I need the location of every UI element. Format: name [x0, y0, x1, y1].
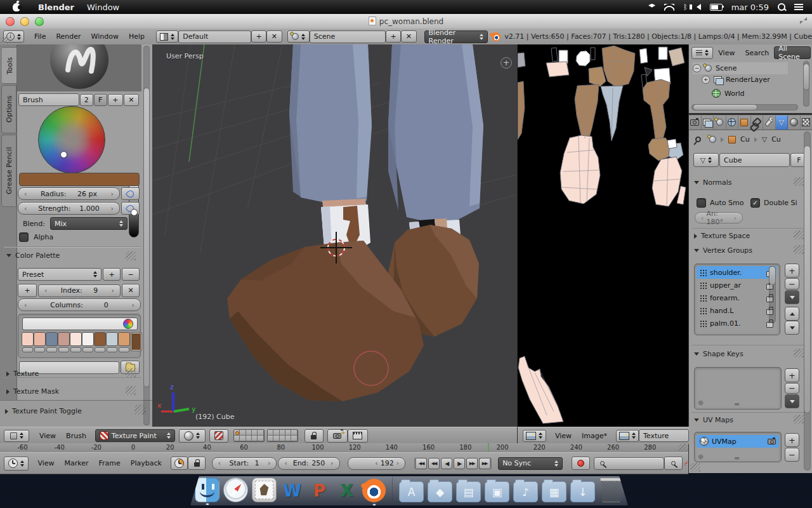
collapse-region-plus-icon[interactable]: + [501, 57, 512, 69]
smooth-angle-slider[interactable]: An: 180° [695, 212, 743, 224]
menu-render[interactable]: Render [51, 32, 86, 41]
layer-cell-8[interactable] [252, 436, 258, 441]
tool-shelf-scrollbar[interactable] [143, 46, 150, 425]
insert-keyframe-button[interactable] [664, 457, 682, 470]
blend-mode-dropdown[interactable]: Mix [50, 217, 128, 230]
color-wheel-cursor[interactable] [60, 151, 67, 158]
menubar-app-menu[interactable]: Blender [32, 0, 81, 14]
render-camera-icon[interactable] [768, 439, 776, 444]
panel-drag-handle[interactable] [794, 177, 804, 186]
swatch-subbutton[interactable] [34, 347, 45, 352]
swatch-subbutton[interactable] [70, 347, 81, 352]
add-vertex-group-button[interactable]: + [785, 264, 799, 277]
texture-paint-toggle-header[interactable]: Texture Paint Toggle [5, 407, 152, 415]
delete-layout-button[interactable]: ✕ [266, 30, 282, 43]
unlink-brush-button[interactable]: ✕ [124, 94, 139, 106]
layer-cell-5[interactable] [268, 436, 273, 441]
tab-world[interactable] [726, 116, 739, 130]
swatch-subbutton[interactable] [22, 347, 33, 352]
swatch-color[interactable] [130, 332, 142, 351]
view3d-menu-brush[interactable]: Brush [61, 432, 91, 440]
scrollbar-thumb[interactable] [804, 145, 811, 413]
remove-palette-color-button[interactable]: ✕ [122, 284, 140, 297]
play-reverse-button[interactable]: ◀ [441, 458, 452, 469]
tab-object[interactable] [738, 116, 751, 130]
filter-icon[interactable]: ⊕ [698, 453, 704, 461]
radius-pressure-toggle[interactable] [121, 187, 140, 200]
uv-island-12[interactable] [639, 48, 648, 64]
view3d-menu-view[interactable]: View [34, 432, 61, 440]
timeline-ruler[interactable]: -60-40-200204060801001201401601802002202… [0, 443, 688, 453]
mesh-name-field[interactable]: Cube [719, 153, 790, 167]
tab-tools[interactable]: Tools [2, 47, 17, 84]
render-engine-dropdown[interactable]: Blender Render [424, 30, 488, 43]
tab-modifiers[interactable] [763, 116, 776, 130]
auto-keyframe-toggle[interactable] [572, 457, 589, 470]
mesh-data-icon[interactable]: ▽ [762, 136, 767, 143]
layer-cell-5[interactable] [234, 436, 240, 441]
palette-index-slider[interactable]: Index:9 [38, 284, 121, 297]
brush-preview[interactable] [17, 44, 141, 91]
uv-island-8[interactable] [589, 67, 606, 86]
outliner-row-world[interactable]: World [712, 89, 745, 98]
palette-swatch-2[interactable] [46, 332, 57, 352]
palette-swatch-4[interactable] [70, 332, 81, 352]
shape-key-specials-button[interactable] [785, 394, 799, 408]
dock-item-powerpoint[interactable]: P [308, 479, 331, 502]
scrollbar-thumb[interactable] [803, 64, 809, 90]
next-keyframe-button[interactable]: ▶▶ [466, 458, 478, 469]
outliner-menu-search[interactable]: Search [740, 49, 774, 57]
vertex-group-row-handL[interactable]: hand.L [697, 304, 776, 317]
expand-icon[interactable]: + [702, 76, 710, 84]
tab-grease-pencil[interactable]: Grease Pencil [1, 135, 16, 207]
screen-layout-icon-button[interactable] [156, 30, 178, 43]
auto-smooth-checkbox[interactable] [697, 198, 706, 208]
swatch-color[interactable] [58, 332, 70, 346]
delete-keyframe-icon[interactable]: ⌿ [684, 459, 688, 468]
palette-swatch-5[interactable] [82, 332, 93, 352]
add-layout-button[interactable]: + [251, 30, 266, 43]
tab-constraints[interactable] [751, 116, 764, 130]
move-vertex-group-down-button[interactable] [785, 321, 799, 335]
color-palette-header[interactable]: Color Palette [6, 251, 60, 260]
uv-island-7[interactable] [602, 46, 635, 87]
uv-map-row[interactable]: UVMap [697, 435, 779, 448]
swatch-subbutton[interactable] [95, 347, 105, 352]
mesh-datablock-button[interactable]: ▽ [693, 153, 719, 167]
palette-color-field[interactable] [22, 318, 138, 330]
layer-cell-7[interactable] [280, 436, 285, 441]
play-button[interactable]: ▶ [454, 458, 465, 469]
object-icon[interactable] [728, 136, 736, 144]
timeline-menu-frame[interactable]: Frame [94, 459, 126, 467]
swatch-color[interactable] [70, 332, 82, 346]
mode-dropdown[interactable]: Texture Paint [95, 429, 175, 442]
swatch-color[interactable] [46, 332, 58, 346]
apple-menu-icon[interactable] [13, 3, 20, 11]
brush-users-count-button[interactable]: 2 [80, 94, 93, 106]
outliner-menu-view[interactable]: View [713, 49, 740, 57]
render-opengl-button[interactable] [327, 429, 348, 443]
render-opengl-anim-button[interactable] [348, 429, 368, 443]
dock-item-safari[interactable] [223, 478, 248, 502]
texture-display-toggle[interactable] [209, 429, 228, 443]
swatch-subbutton[interactable] [46, 347, 57, 352]
swatch-color[interactable] [106, 332, 118, 346]
palette-columns-slider[interactable]: Columns:0 [18, 298, 141, 311]
dock-item-folder-dropbox[interactable]: ◆ [428, 481, 452, 502]
vertex-group-row-forearm[interactable]: forearm. [697, 291, 776, 304]
area-resize-grip[interactable] [1, 36, 10, 44]
menu-file[interactable]: File [29, 32, 51, 41]
layer-cell-1[interactable] [240, 430, 246, 436]
dock-item-blender[interactable] [362, 479, 386, 502]
timeline-menu-playback[interactable]: Playback [126, 459, 167, 467]
menu-help[interactable]: Help [124, 32, 150, 41]
add-brush-button[interactable]: + [108, 94, 123, 106]
uv-island-0[interactable] [518, 53, 525, 67]
layer-cell-0[interactable] [234, 430, 240, 436]
lock-frame-toggle[interactable] [188, 457, 205, 470]
layer-cell-2[interactable] [246, 430, 252, 436]
vertex-groups-panel-header[interactable]: Vertex Groups [694, 246, 752, 255]
keying-set-field[interactable] [594, 457, 665, 470]
timeline-menu-view[interactable]: View [32, 459, 59, 467]
scrollbar-thumb[interactable] [143, 88, 150, 387]
